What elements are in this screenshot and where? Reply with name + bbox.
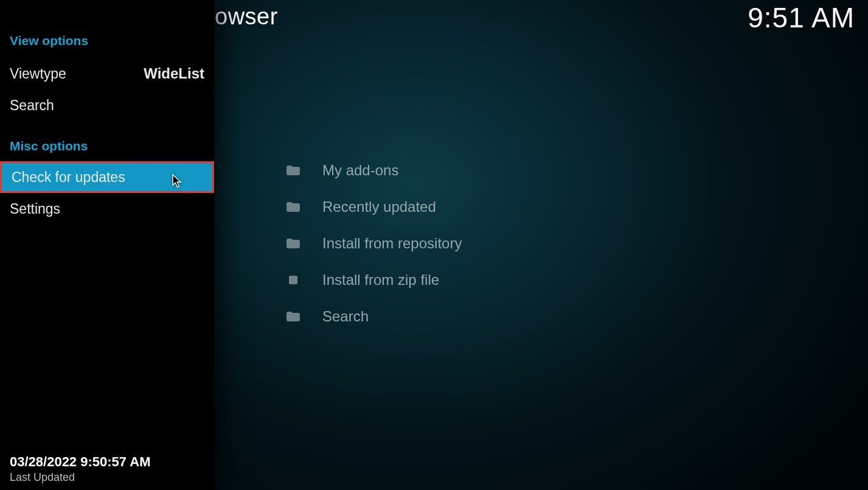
check-for-updates-label: Check for updates <box>12 169 125 186</box>
check-for-updates-row[interactable]: Check for updates <box>0 161 214 193</box>
page-title: owser <box>215 4 278 30</box>
list-item-label: Search <box>322 308 369 325</box>
folder-icon <box>285 202 302 212</box>
viewtype-row[interactable]: Viewtype WideList <box>0 58 214 89</box>
folder-icon <box>285 239 302 248</box>
viewtype-label: Viewtype <box>10 66 66 82</box>
list-item-search[interactable]: Search <box>285 298 844 335</box>
list-item-install-from-zip[interactable]: Install from zip file <box>285 262 844 298</box>
clock: 9:51 AM <box>748 1 855 34</box>
cursor-icon <box>172 174 182 189</box>
panel-settings-row[interactable]: Settings <box>0 193 214 225</box>
panel-footer: 03/28/2022 9:50:57 AM Last Updated <box>10 453 151 484</box>
folder-icon <box>285 312 302 321</box>
svg-rect-0 <box>289 276 297 284</box>
list-item-label: Install from zip file <box>322 271 439 289</box>
list-item-my-addons[interactable]: My add-ons <box>285 152 844 189</box>
zip-icon <box>285 276 302 284</box>
viewtype-value: WideList <box>144 65 204 82</box>
list-item-recently-updated[interactable]: Recently updated <box>285 189 844 225</box>
list-item-label: My add-ons <box>322 162 398 179</box>
panel-search-label: Search <box>10 97 54 114</box>
view-options-header: View options <box>0 34 214 47</box>
panel-search-row[interactable]: Search <box>0 89 214 121</box>
last-updated-timestamp: 03/28/2022 9:50:57 AM <box>10 453 151 471</box>
addon-browser-list: My add-ons Recently updated Install from… <box>285 152 844 335</box>
folder-icon <box>285 166 302 175</box>
panel-settings-label: Settings <box>10 201 60 217</box>
misc-options-header: Misc options <box>0 139 214 152</box>
last-updated-caption: Last Updated <box>10 471 151 485</box>
list-item-label: Recently updated <box>322 198 436 215</box>
list-item-label: Install from repository <box>322 235 462 252</box>
list-item-install-from-repository[interactable]: Install from repository <box>285 225 844 262</box>
options-panel: View options Viewtype WideList Search Mi… <box>0 0 214 490</box>
